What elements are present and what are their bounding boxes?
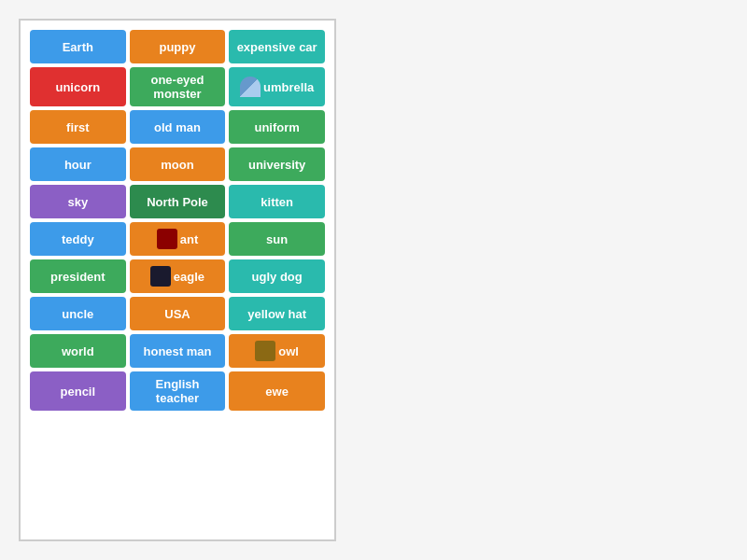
word-label: uniform <box>254 120 299 134</box>
word-label: unicorn <box>55 80 100 94</box>
word-button[interactable]: owl <box>229 334 325 368</box>
word-button[interactable]: kitten <box>229 185 325 218</box>
word-label: USA <box>164 307 190 321</box>
word-button[interactable]: yellow hat <box>229 297 325 330</box>
word-button[interactable]: USA <box>130 297 226 330</box>
word-label: uncle <box>62 307 93 321</box>
word-label: president <box>50 270 106 284</box>
word-label: old man <box>154 120 201 134</box>
word-label: ewe <box>265 385 289 399</box>
owl-icon <box>255 341 275 361</box>
word-label: expensive car <box>237 40 317 54</box>
word-button[interactable]: hour <box>30 147 126 181</box>
word-label: sun <box>266 232 288 246</box>
word-button[interactable]: ant <box>130 222 226 256</box>
word-button[interactable]: umbrella <box>229 67 325 106</box>
ant-icon <box>157 229 177 249</box>
word-label: ugly dog <box>252 270 303 284</box>
word-label: kitten <box>261 195 293 209</box>
word-label: honest man <box>144 344 212 358</box>
word-button[interactable]: university <box>229 147 325 181</box>
word-button[interactable]: old man <box>130 110 226 144</box>
word-button[interactable]: world <box>30 334 126 368</box>
word-button[interactable]: ugly dog <box>229 259 325 293</box>
word-button[interactable]: teddy <box>30 222 126 256</box>
word-label: yellow hat <box>247 307 306 321</box>
word-bank-panel: Earthpuppyexpensive carunicornone-eyed m… <box>19 19 336 541</box>
word-label: English teacher <box>134 377 222 405</box>
word-button[interactable]: first <box>30 110 126 144</box>
eagle-icon <box>150 266 171 287</box>
word-button[interactable]: pencil <box>30 371 126 411</box>
word-button[interactable]: North Pole <box>130 185 226 218</box>
word-label: university <box>248 158 305 172</box>
word-label: first <box>66 120 90 134</box>
word-button[interactable]: expensive car <box>229 30 325 63</box>
word-button[interactable]: uncle <box>30 297 126 330</box>
word-label: hour <box>64 158 92 172</box>
drop-zones-panel <box>355 19 728 541</box>
word-button[interactable]: sun <box>229 222 325 256</box>
word-label: North Pole <box>147 195 208 209</box>
word-label: eagle <box>174 270 204 284</box>
word-button[interactable]: honest man <box>130 334 226 368</box>
umbrella-icon <box>240 77 261 97</box>
word-label: one-eyed monster <box>134 73 222 101</box>
word-label: moon <box>161 158 193 172</box>
word-button[interactable]: one-eyed monster <box>130 67 226 106</box>
word-label: pencil <box>61 385 96 399</box>
word-label: sky <box>67 195 88 209</box>
word-button[interactable]: sky <box>30 185 126 218</box>
word-label: Earth <box>63 40 93 54</box>
word-button[interactable]: moon <box>130 147 226 181</box>
word-button[interactable]: uniform <box>229 110 325 144</box>
word-label: umbrella <box>263 80 314 94</box>
word-grid: Earthpuppyexpensive carunicornone-eyed m… <box>30 30 325 411</box>
word-label: world <box>62 344 94 358</box>
word-button[interactable]: president <box>30 259 126 293</box>
word-button[interactable]: unicorn <box>30 67 126 106</box>
word-label: teddy <box>62 232 94 246</box>
word-label: ant <box>180 232 199 246</box>
word-button[interactable]: English teacher <box>130 371 226 411</box>
word-label: puppy <box>159 40 195 54</box>
word-button[interactable]: eagle <box>130 259 226 293</box>
word-label: owl <box>278 344 299 358</box>
word-button[interactable]: Earth <box>30 30 126 63</box>
word-button[interactable]: ewe <box>229 371 325 411</box>
word-button[interactable]: puppy <box>130 30 226 63</box>
